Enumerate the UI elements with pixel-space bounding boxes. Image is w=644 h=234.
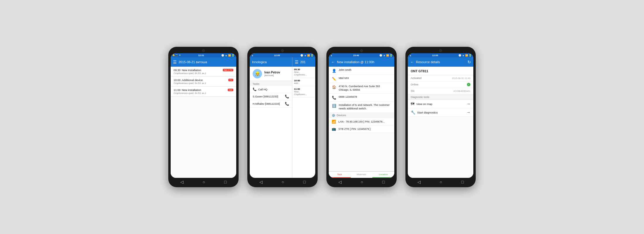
status-left-1: 🔔 📷 ▼: [172, 54, 181, 56]
contact-phone-icon-2: 📞: [285, 102, 289, 106]
nav-recent-4[interactable]: □: [461, 180, 464, 184]
app-bar-left-2: Innologica: [250, 57, 292, 67]
contact-phone-icon-1: 📞: [285, 94, 289, 99]
status-bar-3: ▲ 15:46 🕐 ▲ 📶 🔋: [329, 53, 394, 57]
split-left-2: 👷 Ivan Petrov [витоша] Tasks 📞 Call HQ: [250, 67, 292, 178]
nav-home-4[interactable]: ○: [440, 180, 442, 184]
tech-profile: 👷 Ivan Petrov [витоша]: [250, 67, 292, 81]
split-screen-2: 👷 Ivan Petrov [витоша] Tasks 📞 Call HQ: [250, 67, 315, 178]
tab-materials[interactable]: Materials: [351, 172, 373, 178]
task-item-1[interactable]: 09:30 New installation Net + TV Студентс…: [171, 67, 236, 77]
service-label: Mtel MIX: [339, 77, 391, 80]
diag-start-label: Start diagnostics: [417, 111, 465, 114]
contact-item-2[interactable]: H.Mihalev [088112233] 📞: [250, 100, 292, 108]
tech-name: Ivan Petrov: [264, 71, 280, 74]
split-task-2[interactable]: 10:00 Add...: [292, 78, 315, 86]
split-task-3[interactable]: 11:00 New... Студентс...: [292, 86, 315, 97]
diag-arrow-icon: →: [466, 110, 470, 115]
diag-section-header: Diagnostic tools: [408, 94, 473, 100]
status-left-2: ▲: [251, 54, 254, 56]
back-icon-4[interactable]: ←: [410, 60, 414, 64]
task-sub-2: Студентски град, бл.53, вх.1: [174, 82, 233, 85]
split-right-2: 09:30 New... Студентс... 10:00 Add... 11…: [292, 67, 315, 178]
nav-recent-2[interactable]: □: [303, 180, 306, 184]
device-row-1[interactable]: 📶 LAN - 78.90.168.159 [ PIN: 12345678...: [329, 118, 394, 125]
map-arrow-icon: →: [466, 101, 470, 106]
app-bar-title-left-2: Innologica: [252, 60, 290, 64]
device-label-2: STB ZTE [ PIN: 12345679 ]: [338, 128, 371, 130]
tasks-section-header: Tasks: [250, 81, 292, 86]
resource-title-row: ONT GT811: [408, 67, 473, 75]
online-check-icon: ✓: [468, 83, 470, 86]
tab-location[interactable]: Location: [372, 172, 394, 178]
bottom-tabs-3: Task Materials Location: [329, 171, 394, 178]
address-line2: Chicago, IL 60656: [339, 88, 380, 92]
person-icon: 👤: [332, 69, 336, 73]
nav-home-2[interactable]: ○: [282, 180, 284, 184]
info-row: ℹ️ Installation of tv and network. The c…: [329, 102, 394, 112]
task-item-2[interactable]: 10:00 Additional device TV Студентски гр…: [171, 77, 236, 87]
diag-start-row[interactable]: 🔧 Start diagnostics →: [408, 108, 473, 117]
nav-recent-3[interactable]: □: [382, 180, 385, 184]
task-list-1: 09:30 New installation Net + TV Студентс…: [171, 67, 236, 178]
phone-nav-2: ◁ ○ □: [250, 178, 315, 185]
customer-name-row: 👤 John smith: [329, 67, 394, 75]
nav-back-2[interactable]: ◁: [259, 180, 263, 184]
task-time-3: 11:00: [174, 88, 181, 92]
nav-home-1[interactable]: ○: [203, 180, 205, 184]
refresh-icon-4[interactable]: ↻: [467, 60, 471, 64]
call-hq-label: Call HQ: [258, 88, 268, 91]
phone-1: 🔔 📷 ▼ 12:01 🕐 ▲ 📶 🔋 ☰ 2015-08-21 витоша …: [168, 47, 239, 187]
split-desc-1: New...: [294, 71, 314, 73]
back-icon-3[interactable]: ←: [331, 60, 335, 64]
customer-info: Installation of tv and network. The cust…: [339, 104, 391, 110]
nav-back-3[interactable]: ◁: [338, 180, 342, 184]
status-icons-3: 🕐 ▲ 📶 🔋: [379, 54, 393, 57]
resource-name: ONT GT811: [411, 69, 428, 73]
status-left-4: ▲: [410, 54, 412, 56]
phone-row: 📞 0888 12345678: [329, 94, 394, 102]
phone-2: ▲ 12:05 🕐 ▲ 📶 🔋 Innologica ☰ 201: [247, 47, 318, 187]
split-time-2: 10:00: [294, 79, 314, 82]
menu-icon-2[interactable]: ☰: [295, 60, 299, 64]
wifi-icon: 📶: [332, 120, 336, 124]
phone-nav-4: ◁ ○ □: [408, 178, 473, 185]
online-status-indicator: ✓: [467, 83, 470, 86]
diag-map-row[interactable]: 🗺 View on map →: [408, 100, 473, 108]
split-task-1[interactable]: 09:30 New... Студентс...: [292, 67, 315, 78]
dual-app-bar: Innologica ☰ 201: [250, 57, 315, 67]
nav-home-3[interactable]: ○: [361, 180, 363, 184]
status-left-3: ▲: [330, 54, 333, 56]
resource-detail-content: ONT GT811 Activated 2015-08-31 21:43 Onl…: [408, 67, 473, 178]
split-time-3: 11:00: [294, 88, 314, 90]
phone-nav-3: ◁ ○ □: [329, 178, 394, 185]
menu-icon-1[interactable]: ☰: [173, 60, 177, 64]
avatar-emoji: 👷: [255, 71, 260, 76]
task-sub-3: Студентски град, бл.53, вх.1: [174, 92, 233, 94]
call-hq-icon: 📞: [253, 87, 257, 91]
task-badge-1: Net + TV: [223, 69, 233, 71]
phones-container: 🔔 📷 ▼ 12:01 🕐 ▲ 📶 🔋 ☰ 2015-08-21 витоша …: [168, 47, 476, 187]
task-item-3[interactable]: 11:00 New installation Net Студентски гр…: [171, 87, 236, 97]
phone-nav-1: ◁ ○ □: [171, 178, 236, 185]
sn-value: 4C09B4E6EA61: [453, 90, 470, 92]
map-icon: 🗺: [411, 102, 415, 106]
nav-back-1[interactable]: ◁: [180, 180, 184, 184]
status-icons-1: 🕐 ▲ 📶 🔋: [221, 54, 234, 57]
nav-back-4[interactable]: ◁: [417, 180, 421, 184]
contact-item-1[interactable]: S.Gusev [088112233] 📞: [250, 93, 292, 100]
contact-label-1: S.Gusev [088112233]: [253, 95, 285, 98]
call-hq-item[interactable]: 📞 Call HQ: [250, 86, 292, 93]
customer-name: John smith: [339, 68, 391, 72]
contact-label-2: H.Mihalev [088112233]: [253, 102, 285, 105]
nav-recent-1[interactable]: □: [224, 180, 227, 184]
task-title-1: New installation: [182, 68, 201, 72]
split-sub-1: Студентс...: [294, 73, 314, 76]
split-time-1: 09:30: [294, 68, 314, 71]
device-row-2[interactable]: 📺 STB ZTE [ PIN: 12345679 ]: [329, 125, 394, 133]
map-label: View on map: [416, 102, 465, 106]
tech-location: [витоша]: [264, 74, 280, 77]
split-desc-2: Add...: [294, 82, 314, 85]
sn-label: SN: [411, 90, 415, 92]
tab-task[interactable]: Task: [329, 172, 351, 178]
